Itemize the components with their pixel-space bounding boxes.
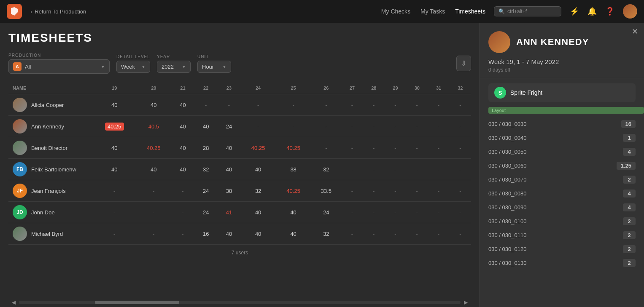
data-cell: 32 bbox=[240, 180, 276, 202]
data-cell: - bbox=[311, 137, 341, 159]
data-cell: 24 bbox=[311, 202, 341, 223]
scroll-track[interactable] bbox=[19, 301, 461, 304]
data-cell: 40.5 bbox=[136, 116, 172, 137]
chevron-down-icon: ▼ bbox=[101, 64, 105, 69]
data-cell: - bbox=[385, 116, 406, 137]
search-icon: 🔍 bbox=[498, 8, 505, 14]
table-row[interactable]: FBFelix Bartolomehw4040403240403832-----… bbox=[8, 159, 471, 180]
search-box[interactable]: 🔍 ctrl+alt+f bbox=[494, 6, 561, 16]
data-cell: 24 bbox=[218, 116, 241, 137]
shot-row[interactable]: 030 / 030_00401 bbox=[484, 131, 640, 145]
table-row[interactable]: Ann Kennedy40.2540.5404024--------- bbox=[8, 116, 471, 137]
back-button[interactable]: ‹ Return To Production bbox=[30, 8, 86, 15]
data-cell: - bbox=[363, 94, 385, 116]
production-badge[interactable]: S Sprite Fright bbox=[488, 83, 636, 102]
scroll-right-icon[interactable]: ▶ bbox=[461, 299, 471, 305]
table-container[interactable]: NAME 19 20 21 22 23 24 25 26 27 28 29 30… bbox=[8, 82, 471, 298]
data-cell: 40.25 bbox=[136, 137, 172, 159]
user-avatar-image bbox=[13, 141, 27, 155]
name-cell: Ann Kennedy bbox=[8, 116, 93, 137]
data-cell: - bbox=[428, 223, 449, 245]
lightning-icon[interactable]: ⚡ bbox=[570, 7, 579, 16]
detail-label: DETAIL LEVEL bbox=[116, 54, 150, 59]
col-header-30: 30 bbox=[406, 82, 428, 94]
nav-my-checks[interactable]: My Checks bbox=[381, 8, 410, 15]
data-cell: - bbox=[406, 202, 428, 223]
shot-row[interactable]: 030 / 030_003016 bbox=[484, 117, 640, 131]
shot-row[interactable]: 030 / 030_01102 bbox=[484, 228, 640, 242]
horizontal-scrollbar[interactable]: ◀ ▶ bbox=[8, 298, 471, 307]
data-cell: - bbox=[311, 116, 341, 137]
data-cell: - bbox=[363, 180, 385, 202]
data-cell: - bbox=[450, 137, 471, 159]
table-row[interactable]: Michael Byrd---1640404032------ bbox=[8, 223, 471, 245]
shot-name: 030 / 030_0120 bbox=[488, 246, 526, 252]
shot-name: 030 / 030_0060 bbox=[488, 163, 526, 169]
table-row[interactable]: JDJohn Doe---2441404024------ bbox=[8, 202, 471, 223]
col-header-20: 20 bbox=[136, 82, 172, 94]
topnav: ‹ Return To Production My Checks My Task… bbox=[0, 0, 644, 23]
year-value: 2022 bbox=[162, 64, 174, 70]
help-icon[interactable]: ❓ bbox=[605, 7, 614, 16]
col-header-27: 27 bbox=[341, 82, 363, 94]
scroll-left-icon[interactable]: ◀ bbox=[8, 299, 19, 305]
name-cell: Alicia Cooper bbox=[8, 94, 93, 116]
data-cell: - bbox=[385, 223, 406, 245]
nav-my-tasks[interactable]: My Tasks bbox=[420, 8, 445, 15]
shot-row[interactable]: 030 / 030_01202 bbox=[484, 242, 640, 256]
table-row[interactable]: Benoit Director4040.2540284040.2540.25--… bbox=[8, 137, 471, 159]
shot-value: 2 bbox=[623, 231, 636, 239]
data-cell: 40 bbox=[240, 202, 276, 223]
scroll-thumb[interactable] bbox=[95, 301, 179, 304]
right-user-row: ANN KENNEDY bbox=[488, 31, 636, 53]
shot-row[interactable]: 030 / 030_01302 bbox=[484, 256, 640, 270]
shot-name: 030 / 030_0030 bbox=[488, 121, 526, 127]
data-cell: - bbox=[406, 159, 428, 180]
production-select[interactable]: A All ▼ bbox=[8, 59, 110, 74]
data-cell: - bbox=[171, 180, 194, 202]
user-avatar-top[interactable] bbox=[623, 4, 637, 19]
bell-icon[interactable]: 🔔 bbox=[587, 7, 597, 16]
user-name: Benoit Director bbox=[31, 145, 67, 151]
shot-row[interactable]: 030 / 030_00702 bbox=[484, 173, 640, 187]
shot-row[interactable]: 030 / 030_00804 bbox=[484, 187, 640, 200]
data-cell: - bbox=[450, 223, 471, 245]
data-cell: - bbox=[341, 202, 363, 223]
nav-timesheets[interactable]: Timesheets bbox=[455, 8, 485, 15]
user-avatar-image bbox=[13, 227, 27, 241]
data-cell: - bbox=[450, 180, 471, 202]
data-cell: 40 bbox=[240, 159, 276, 180]
table-row[interactable]: Alicia Cooper404040----------- bbox=[8, 94, 471, 116]
detail-select[interactable]: Week ▼ bbox=[116, 61, 150, 73]
shot-name: 030 / 030_0130 bbox=[488, 260, 526, 266]
data-cell: - bbox=[341, 223, 363, 245]
data-cell: - bbox=[385, 159, 406, 180]
data-cell: - bbox=[428, 180, 449, 202]
data-cell: - bbox=[363, 202, 385, 223]
shot-row[interactable]: 030 / 030_00601.25 bbox=[484, 159, 640, 173]
shot-row[interactable]: 030 / 030_00504 bbox=[484, 145, 640, 159]
data-cell: - bbox=[450, 159, 471, 180]
data-cell: - bbox=[341, 116, 363, 137]
shot-name: 030 / 030_0110 bbox=[488, 232, 526, 238]
prod-avatar: A bbox=[13, 62, 22, 71]
shot-row[interactable]: 030 / 030_01002 bbox=[484, 214, 640, 228]
download-button[interactable]: ⇩ bbox=[456, 56, 471, 71]
year-select[interactable]: 2022 ▼ bbox=[157, 61, 191, 73]
unit-select[interactable]: Hour ▼ bbox=[197, 61, 231, 73]
data-cell: - bbox=[385, 94, 406, 116]
filters-row: PRODUCTION A All ▼ DETAIL LEVEL Week ▼ Y… bbox=[8, 53, 471, 74]
shot-value: 4 bbox=[623, 148, 636, 156]
shot-name: 030 / 030_0100 bbox=[488, 218, 526, 224]
table-footer: 7 users bbox=[8, 245, 471, 261]
data-cell: 28 bbox=[194, 137, 218, 159]
close-button[interactable]: ✕ bbox=[632, 27, 638, 36]
data-cell: - bbox=[406, 94, 428, 116]
chevron-down-icon-3: ▼ bbox=[182, 64, 186, 69]
table-row[interactable]: JFJean François---24383240.2533.5------ bbox=[8, 180, 471, 202]
data-cell: - bbox=[428, 137, 449, 159]
data-cell: 40.25 bbox=[93, 116, 136, 137]
shot-row[interactable]: 030 / 030_00904 bbox=[484, 200, 640, 214]
production-value: All bbox=[25, 64, 31, 70]
data-cell: - bbox=[93, 223, 136, 245]
